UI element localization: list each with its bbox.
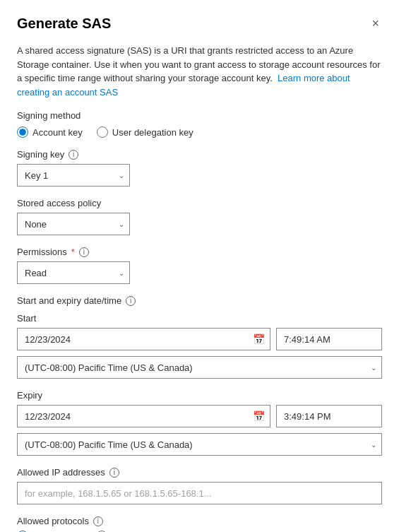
expiry-date-input-wrapper: 📅 — [17, 405, 270, 427]
allowed-ip-label-row: Allowed IP addresses i — [17, 467, 382, 478]
permissions-select[interactable]: Read Write Delete List — [17, 261, 130, 284]
expiry-date-time-row: 📅 — [17, 405, 382, 427]
allowed-protocols-info-icon[interactable]: i — [93, 516, 103, 526]
allowed-protocols-label: Allowed protocols — [17, 516, 89, 526]
allowed-ip-group: Allowed IP addresses i — [17, 467, 382, 504]
start-group: Start 📅 (UTC-08:00) Pacific Time (US & C… — [17, 313, 382, 379]
close-button[interactable]: × — [369, 14, 382, 32]
expiry-date-input[interactable] — [17, 405, 270, 427]
expiry-time-input-wrapper — [276, 405, 382, 427]
allowed-protocols-group: Allowed protocols i HTTPS only HTTPS and… — [17, 516, 382, 532]
dialog-header: Generate SAS × — [17, 14, 382, 32]
permissions-label-row: Permissions * i — [17, 247, 382, 257]
signing-key-info-icon[interactable]: i — [69, 150, 78, 160]
stored-access-policy-group: Stored access policy None ⌄ — [17, 198, 382, 235]
user-delegation-key-label: User delegation key — [112, 127, 193, 138]
permissions-info-icon[interactable]: i — [79, 247, 89, 257]
signing-key-group: Signing key i Key 1 Key 2 ⌄ — [17, 149, 382, 187]
start-timezone-select[interactable]: (UTC-08:00) Pacific Time (US & Canada) (… — [17, 356, 382, 379]
account-key-option[interactable]: Account key — [17, 126, 83, 138]
allowed-protocols-label-row: Allowed protocols i — [17, 516, 382, 526]
account-key-label: Account key — [32, 127, 83, 138]
generate-sas-dialog: Generate SAS × A shared access signature… — [0, 0, 399, 532]
signing-method-label: Signing method — [17, 110, 382, 121]
signing-key-select-wrapper: Key 1 Key 2 ⌄ — [17, 164, 130, 187]
permissions-select-wrapper: Read Write Delete List ⌄ — [17, 261, 130, 284]
description-text: A shared access signature (SAS) is a URI… — [17, 44, 382, 99]
signing-method-radio-group: Account key User delegation key — [17, 126, 382, 138]
signing-method-group: Signing method Account key User delegati… — [17, 110, 382, 138]
signing-key-label: Signing key — [17, 149, 64, 160]
dialog-title: Generate SAS — [17, 16, 111, 32]
permissions-required-indicator: * — [71, 247, 75, 257]
signing-key-select[interactable]: Key 1 Key 2 — [17, 164, 130, 187]
user-delegation-key-option[interactable]: User delegation key — [97, 126, 193, 138]
start-expiry-label-row: Start and expiry date/time i — [17, 295, 382, 306]
permissions-group: Permissions * i Read Write Delete List ⌄ — [17, 247, 382, 284]
allowed-ip-input[interactable] — [17, 482, 382, 504]
start-expiry-label: Start and expiry date/time — [17, 295, 121, 306]
start-date-time-row: 📅 — [17, 328, 382, 350]
start-time-input-wrapper — [276, 328, 382, 350]
user-delegation-key-radio[interactable] — [97, 126, 108, 138]
start-expiry-info-icon[interactable]: i — [126, 296, 136, 306]
stored-access-policy-select[interactable]: None — [17, 213, 130, 235]
stored-access-policy-label-row: Stored access policy — [17, 198, 382, 208]
stored-access-policy-label: Stored access policy — [17, 198, 101, 208]
start-date-input-wrapper: 📅 — [17, 328, 270, 350]
start-timezone-select-wrapper: (UTC-08:00) Pacific Time (US & Canada) (… — [17, 356, 382, 379]
start-time-input[interactable] — [276, 328, 382, 350]
expiry-label: Expiry — [17, 390, 382, 401]
start-date-input[interactable] — [17, 328, 270, 350]
expiry-timezone-select[interactable]: (UTC-08:00) Pacific Time (US & Canada) (… — [17, 433, 382, 456]
expiry-time-input[interactable] — [276, 405, 382, 427]
start-label: Start — [17, 313, 382, 324]
expiry-timezone-select-wrapper: (UTC-08:00) Pacific Time (US & Canada) (… — [17, 433, 382, 456]
signing-key-label-row: Signing key i — [17, 149, 382, 160]
expiry-group: Expiry 📅 (UTC-08:00) Pacific Time (US & … — [17, 390, 382, 456]
allowed-ip-info-icon[interactable]: i — [109, 468, 119, 478]
account-key-radio[interactable] — [17, 126, 28, 138]
allowed-ip-label: Allowed IP addresses — [17, 467, 105, 478]
stored-access-policy-select-wrapper: None ⌄ — [17, 213, 130, 235]
permissions-label: Permissions — [17, 247, 67, 257]
